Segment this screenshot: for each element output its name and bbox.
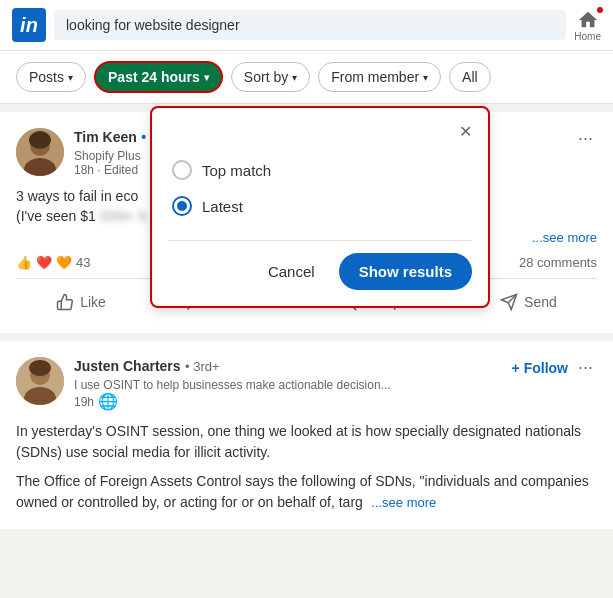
reaction-heart-icon: ❤️: [36, 255, 52, 270]
follow-button-2[interactable]: + Follow: [512, 360, 568, 376]
dropdown-actions: Cancel Show results: [168, 240, 472, 290]
blurred-text: 00M+ b: [100, 208, 147, 224]
close-button[interactable]: ✕: [459, 124, 472, 140]
show-results-button[interactable]: Show results: [339, 253, 472, 290]
avatar-image-1: [16, 128, 64, 176]
chevron-down-icon: ▾: [292, 72, 297, 83]
latest-option[interactable]: Latest: [168, 188, 472, 224]
post-card-2: Justen Charters • 3rd+ + Follow ··· I us…: [0, 341, 613, 529]
chevron-down-icon: ▾: [204, 72, 209, 83]
avatar-image-2: [16, 357, 64, 405]
radio-top-match[interactable]: [172, 160, 192, 180]
home-nav[interactable]: Home: [574, 9, 601, 42]
posts-filter[interactable]: Posts ▾: [16, 62, 86, 92]
post-sub-2: I use OSINT to help businesses make acti…: [74, 378, 597, 392]
cancel-button[interactable]: Cancel: [256, 255, 327, 288]
chevron-down-icon: ▾: [423, 72, 428, 83]
post-content-2a: In yesterday's OSINT session, one thing …: [16, 421, 597, 463]
reaction-icons-1: 👍 ❤️ 🧡 43: [16, 255, 90, 270]
avatar-1: [16, 128, 64, 176]
post-meta-2: Justen Charters • 3rd+ + Follow ··· I us…: [74, 357, 597, 411]
radio-latest[interactable]: [172, 196, 192, 216]
post-time-2: 19h: [74, 395, 94, 409]
header: in Home: [0, 0, 613, 51]
search-input[interactable]: [54, 10, 566, 40]
home-label: Home: [574, 31, 601, 42]
from-member-filter[interactable]: From member ▾: [318, 62, 441, 92]
like-icon: [56, 293, 74, 311]
linkedin-logo: in: [12, 8, 46, 42]
more-options-2[interactable]: ···: [574, 357, 597, 378]
top-match-option[interactable]: Top match: [168, 152, 472, 188]
post-header-2: Justen Charters • 3rd+ + Follow ··· I us…: [16, 357, 597, 411]
time-filter[interactable]: Past 24 hours ▾: [94, 61, 223, 93]
reactions-count-1: 43: [76, 255, 90, 270]
post-author-2: Justen Charters: [74, 358, 181, 374]
avatar-2: [16, 357, 64, 405]
top-match-label: Top match: [202, 162, 271, 179]
more-options-1[interactable]: ···: [574, 128, 597, 149]
all-filter[interactable]: All: [449, 62, 491, 92]
reaction-fire-icon: 🧡: [56, 255, 72, 270]
svg-point-9: [29, 360, 51, 376]
filter-bar: Posts ▾ Past 24 hours ▾ Sort by ▾ From m…: [0, 51, 613, 104]
sort-filter[interactable]: Sort by ▾: [231, 62, 310, 92]
like-button-1[interactable]: Like: [48, 287, 114, 317]
svg-point-3: [29, 131, 51, 149]
latest-label: Latest: [202, 198, 243, 215]
chevron-down-icon: ▾: [68, 72, 73, 83]
post-degree-2: • 3rd+: [185, 359, 220, 374]
reaction-like-icon: 👍: [16, 255, 32, 270]
post-author-1: Tim Keen: [74, 129, 137, 145]
send-button-1[interactable]: Send: [492, 287, 565, 317]
comments-count-1[interactable]: 28 comments: [519, 255, 597, 270]
dropdown-header: ✕: [168, 124, 472, 140]
notification-dot: [595, 5, 605, 15]
globe-icon: 🌐: [98, 392, 118, 411]
post-time-row-2: 19h 🌐: [74, 392, 597, 411]
see-more-2[interactable]: ...see more: [371, 495, 436, 510]
post-content-2b: The Office of Foreign Assets Control say…: [16, 471, 597, 513]
sort-dropdown: ✕ Top match Latest Cancel Show results: [150, 106, 490, 308]
send-icon: [500, 293, 518, 311]
